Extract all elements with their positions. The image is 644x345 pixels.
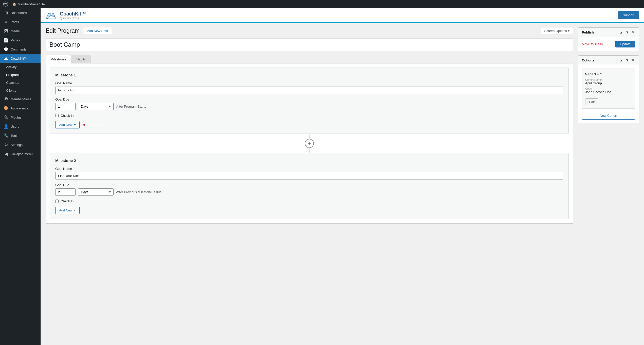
cohort-name-field: Cohort Name April Group xyxy=(585,78,632,85)
screen-options-button[interactable]: Screen Options ▾ xyxy=(541,28,573,34)
cohorts-collapse-down-button[interactable]: ▼ xyxy=(625,58,630,63)
check-in-row-2: Check In xyxy=(55,199,563,203)
publish-panel-header: Publish ▲ ▼ ✕ xyxy=(578,28,639,37)
sidebar-item-label: Activity xyxy=(6,65,16,69)
sidebar-item-coaches[interactable]: Coaches xyxy=(0,79,41,87)
check-in-label-1: Check In xyxy=(61,114,74,118)
goal-name-input-2[interactable] xyxy=(55,172,563,179)
sidebar-item-collapse[interactable]: ◀ Collapse menu xyxy=(0,149,41,158)
goal-due-number-1[interactable] xyxy=(55,103,76,110)
cohort-dropdown-arrow-icon: ▾ xyxy=(600,72,602,75)
add-milestone-button[interactable]: + xyxy=(305,139,314,148)
cohort-card: Cohort 1 ▾ Cohort Name April Group Coach… xyxy=(582,69,635,109)
goal-due-number-2[interactable] xyxy=(55,188,76,196)
program-title-input[interactable] xyxy=(46,38,573,51)
site-name-label: MemberPress Site xyxy=(18,2,45,6)
sidebar-item-posts[interactable]: ✏ Posts xyxy=(0,17,41,26)
sidebar: ⊞ Dashboard ✏ Posts 🖼 Media 📄 Pages 💬 Co… xyxy=(0,8,41,345)
goal-due-select-1[interactable]: Days Weeks Months xyxy=(78,103,114,110)
milestone-2-goal-name-group: Goal Name xyxy=(55,167,563,179)
wp-logo-item[interactable]: W xyxy=(3,2,8,7)
cohort-edit-button[interactable]: Edit xyxy=(585,98,598,105)
media-icon: 🖼 xyxy=(4,28,9,34)
cohort-coach-field: Coach John Second Doe xyxy=(585,87,632,94)
sidebar-item-label: Collapse menu xyxy=(11,152,33,156)
settings-icon: ⚙ xyxy=(4,142,9,147)
sidebar-item-settings[interactable]: ⚙ Settings xyxy=(0,140,41,149)
milestone-2-goal-due-group: Goal Due Days Weeks Months After Previou… xyxy=(55,183,563,196)
page-title-area: Edit Program Add New Post xyxy=(46,27,111,34)
header-bar: CoachKit™ by memberpress Support xyxy=(41,8,644,22)
panel-collapse-up-button[interactable]: ▲ xyxy=(619,30,623,35)
new-cohort-button[interactable]: New Cohort xyxy=(582,112,635,120)
milestone-1-title: Milestone 1 xyxy=(55,73,563,77)
sidebar-item-comments[interactable]: 💬 Comments xyxy=(0,45,41,54)
goal-due-label-2: Goal Due xyxy=(55,183,563,187)
collapse-icon: ◀ xyxy=(4,151,9,156)
sidebar-item-pages[interactable]: 📄 Pages xyxy=(0,36,41,45)
cohorts-collapse-up-button[interactable]: ▲ xyxy=(619,58,623,63)
users-icon: 👤 xyxy=(4,124,9,129)
cohort-header-row: Cohort 1 ▾ xyxy=(585,72,632,76)
add-new-post-button[interactable]: Add New Post xyxy=(84,28,111,34)
logo-sub: by memberpress xyxy=(60,17,86,20)
panel-header-controls: ▲ ▼ ✕ xyxy=(619,30,635,35)
check-in-checkbox-1[interactable] xyxy=(55,114,59,117)
sidebar-item-memberpress[interactable]: Ⓜ MemberPress xyxy=(0,94,41,104)
check-in-label-2: Check In xyxy=(61,199,74,203)
sidebar-item-users[interactable]: 👤 Users xyxy=(0,122,41,131)
add-new-button-2[interactable]: Add New ▾ xyxy=(55,207,80,214)
site-name-item[interactable]: 🏠 MemberPress Site xyxy=(12,2,45,6)
tabs-bar: Milestones Habits xyxy=(46,55,573,63)
cohort-name-field-label: Cohort Name xyxy=(585,78,632,81)
svg-text:W: W xyxy=(4,3,7,6)
sidebar-item-tools[interactable]: 🔧 Tools xyxy=(0,131,41,140)
panel-collapse-down-button[interactable]: ▼ xyxy=(625,30,630,35)
publish-panel: Publish ▲ ▼ ✕ Move to Trash Update xyxy=(578,27,639,51)
dashboard-icon: ⊞ xyxy=(4,10,9,15)
sidebar-item-coachkit[interactable]: CoachKit™ xyxy=(0,54,41,63)
publish-action-row: Move to Trash Update xyxy=(582,41,635,47)
milestone-1-goal-name-group: Goal Name xyxy=(55,81,563,94)
sidebar-item-label: MemberPress xyxy=(11,97,31,101)
sidebar-item-label: Tools xyxy=(11,134,18,138)
plus-divider-1: + xyxy=(50,134,569,153)
sidebar-item-label: Programs xyxy=(6,73,20,77)
tools-icon: 🔧 xyxy=(4,133,9,138)
sidebar-item-appearance[interactable]: 🎨 Appearance xyxy=(0,104,41,113)
page-title: Edit Program xyxy=(46,27,80,34)
cohorts-close-button[interactable]: ✕ xyxy=(631,58,635,63)
support-button[interactable]: Support xyxy=(618,11,639,19)
sidebar-item-label: Dashboard xyxy=(11,11,27,15)
tab-milestones[interactable]: Milestones xyxy=(46,55,71,63)
update-button[interactable]: Update xyxy=(615,41,635,47)
sidebar-item-label: Users xyxy=(11,125,19,128)
check-in-checkbox-2[interactable] xyxy=(55,200,59,203)
cohort-coach-field-value: John Second Doe xyxy=(585,90,632,94)
page-header-row: Edit Program Add New Post Screen Options… xyxy=(46,27,573,34)
goal-due-label-1: Goal Due xyxy=(55,97,563,101)
sidebar-item-dashboard[interactable]: ⊞ Dashboard xyxy=(0,8,41,17)
goal-name-label-2: Goal Name xyxy=(55,167,563,171)
right-sidebar: Publish ▲ ▼ ✕ Move to Trash Update xyxy=(578,27,639,127)
move-to-trash-link[interactable]: Move to Trash xyxy=(582,42,603,46)
goal-due-select-2[interactable]: Days Weeks Months xyxy=(78,188,114,196)
posts-icon: ✏ xyxy=(4,19,9,24)
cohorts-panel-header: Cohorts ▲ ▼ ✕ xyxy=(578,56,639,65)
milestone-1-goal-due-group: Goal Due Days Weeks Months After Program… xyxy=(55,97,563,110)
milestone-1-section: Milestone 1 Goal Name Goal Due Days xyxy=(50,68,569,134)
goal-name-input-1[interactable] xyxy=(55,87,563,94)
sidebar-item-activity[interactable]: Activity xyxy=(0,63,41,71)
cohorts-panel-body: Cohort 1 ▾ Cohort Name April Group Coach… xyxy=(578,65,639,123)
sidebar-item-programs[interactable]: Programs xyxy=(0,71,41,79)
sidebar-item-media[interactable]: 🖼 Media xyxy=(0,26,41,36)
panel-close-button[interactable]: ✕ xyxy=(631,30,635,35)
chevron-down-icon: ▾ xyxy=(568,29,570,33)
add-new-button-1[interactable]: Add New ▾ xyxy=(55,121,80,128)
sidebar-item-plugins[interactable]: 🔌 Plugins xyxy=(0,113,41,122)
goal-due-row-1: Days Weeks Months After Program Starts xyxy=(55,103,563,110)
sidebar-item-clients[interactable]: Clients xyxy=(0,87,41,94)
tab-habits[interactable]: Habits xyxy=(71,55,91,63)
sidebar-item-label: Pages xyxy=(11,38,20,42)
cohorts-panel-controls: ▲ ▼ ✕ xyxy=(619,58,635,63)
